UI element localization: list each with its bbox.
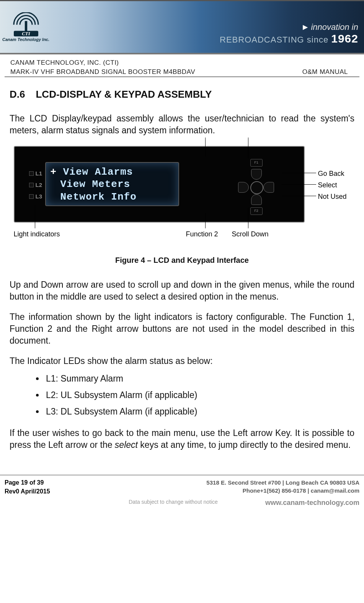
f1-button[interactable]: F1 xyxy=(250,159,263,167)
svg-rect-0 xyxy=(24,21,27,32)
figure-4: Function 1 Scroll Up L1 L2 L3 + View Ala… xyxy=(14,146,351,246)
callout-line xyxy=(35,205,35,228)
select-button[interactable] xyxy=(250,181,263,194)
up-button[interactable] xyxy=(251,169,262,180)
led-l1-label: L1 xyxy=(36,168,42,179)
company-phone: Phone+1(562) 856-0178 | canam@mail.com xyxy=(206,487,359,495)
change-notice: Data subject to change without notice xyxy=(81,499,265,507)
company-logo: CTI Canam Technology Inc. xyxy=(4,5,48,49)
page-content: D.6LCD-DISPLAY & KEYPAD ASSEMBLY The LCD… xyxy=(0,77,364,475)
section-number: D.6 xyxy=(10,88,25,100)
figure-caption: Figure 4 – LCD and Keypad Interface xyxy=(10,255,354,265)
right-button[interactable] xyxy=(263,182,274,193)
keypad: F1 F2 xyxy=(231,162,281,212)
led-status-list: L1: Summary Alarm L2: UL Subsystem Alarm… xyxy=(33,373,354,418)
callout-line xyxy=(248,138,248,159)
list-item: L3: DL Subsystem Alarm (if applicable) xyxy=(44,406,354,418)
section-heading: D.6LCD-DISPLAY & KEYPAD ASSEMBLY xyxy=(10,88,354,101)
tagline-year: 1962 xyxy=(331,32,358,45)
led-l2-label: L2 xyxy=(36,179,42,191)
f2-button[interactable]: F2 xyxy=(250,207,263,215)
document-header: CANAM TECHNOLOGY, INC. (CTI) MARK-IV VHF… xyxy=(5,54,359,77)
company-address: 5318 E. Second Street #700 | Long Beach … xyxy=(206,478,359,487)
led-indicators: L1 L2 L3 xyxy=(29,168,42,202)
paragraph-3: The information shown by the light indic… xyxy=(10,311,354,347)
antenna-icon: CTI xyxy=(11,12,41,37)
led-dot-icon xyxy=(29,183,34,187)
paragraph-2: Up and Down arrow are used to scroll up … xyxy=(10,279,354,303)
device-photo: L1 L2 L3 + View Alarms View Meters Netwo… xyxy=(14,146,305,223)
page-footer: Page 19 of 39 Rev0 April/2015 5318 E. Se… xyxy=(0,475,364,497)
paragraph-5: If the user wishes to go back to the mai… xyxy=(10,427,354,451)
callout-line xyxy=(205,138,206,157)
callout-line xyxy=(282,196,316,196)
led-dot-icon xyxy=(29,194,34,199)
header-banner: CTI Canam Technology Inc. ►innovation in… xyxy=(0,0,364,54)
callout-scroll-down: Scroll Down xyxy=(232,229,269,239)
manual-type: O&M MANUAL xyxy=(302,68,348,77)
play-icon: ► xyxy=(301,22,310,32)
callout-line xyxy=(205,213,206,228)
lcd-cursor: + xyxy=(51,166,63,178)
callout-not-used: Not Used xyxy=(318,192,347,201)
lcd-line-2: View Meters xyxy=(51,178,174,191)
callout-line xyxy=(282,173,316,173)
lcd-line-1: View Alarms xyxy=(63,166,133,178)
company-url: www.canam-technology.com xyxy=(265,499,359,507)
logo-text: Canam Technology Inc. xyxy=(2,37,49,42)
lcd-display: + View Alarms View Meters Network Info xyxy=(45,162,179,206)
callout-line xyxy=(248,207,248,228)
revision-date: Rev0 April/2015 xyxy=(5,487,50,496)
tagline-line2-prefix: REBROADCASTING since xyxy=(220,35,328,44)
banner-tagline: ►innovation in REBROADCASTING since 1962 xyxy=(220,22,358,45)
callout-line xyxy=(282,184,316,185)
paragraph-4: The Indicator LEDs show the alarm status… xyxy=(10,355,354,367)
company-name: CANAM TECHNOLOGY, INC. (CTI) xyxy=(10,58,195,67)
down-button[interactable] xyxy=(251,194,262,205)
lcd-line-3: Network Info xyxy=(51,191,174,203)
section-title-text: LCD-DISPLAY & KEYPAD ASSEMBLY xyxy=(36,88,212,100)
product-name: MARK-IV VHF BROADBAND SIGNAL BOOSTER M4B… xyxy=(10,67,195,77)
list-item: L1: Summary Alarm xyxy=(44,373,354,385)
p5-suffix: keys at any time, to jump directly to th… xyxy=(138,440,351,450)
callout-select: Select xyxy=(318,180,337,190)
led-dot-icon xyxy=(29,171,34,176)
left-button[interactable] xyxy=(238,182,249,193)
dpad xyxy=(239,170,273,204)
callout-go-back: Go Back xyxy=(318,169,344,178)
svg-text:CTI: CTI xyxy=(22,31,30,36)
list-item: L2: UL Subsystem Alarm (if applicable) xyxy=(44,389,354,401)
page-number: Page 19 of 39 xyxy=(5,478,50,487)
callout-function2: Function 2 xyxy=(186,229,218,239)
p5-emphasis: select xyxy=(115,440,138,450)
callout-light-indicators: Light indicators xyxy=(14,229,60,239)
led-l3-label: L3 xyxy=(36,191,42,202)
tagline-line1: innovation in xyxy=(311,22,358,32)
paragraph-1: The LCD Display/keypad assembly allows t… xyxy=(10,113,354,136)
footer-bottom: Data subject to change without notice ww… xyxy=(0,497,364,511)
